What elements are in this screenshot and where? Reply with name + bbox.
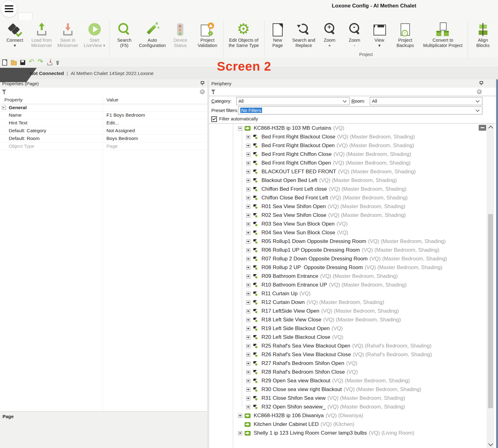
pin-icon[interactable] [200,81,204,85]
expander-toggle-icon[interactable] [238,431,242,435]
tree-row[interactable]: R01 Sea View Shifon Open (VQ) (Master Be… [209,202,496,211]
tree-row[interactable]: R28 Rahaf's Bedroom Shifon Close (VQ) [209,368,496,376]
property-row[interactable]: Default: Room Boys Bedroom [0,135,207,142]
tree-row[interactable]: R02 Sea View Shifon Close (VQ) (Master B… [209,211,496,220]
tree-row[interactable]: R09 Bathroom Entrance (VQ) (Master Bedro… [209,272,496,281]
expander-toggle-icon[interactable] [246,292,250,296]
ribbon-tab[interactable] [32,12,46,20]
tree-row[interactable]: R11 Curtain Up (VQ) [209,289,496,298]
expander-toggle-icon[interactable] [246,144,250,148]
properties-filter-input[interactable] [0,88,207,96]
expander-toggle-icon[interactable] [246,370,250,374]
ribbon-button[interactable]: Connect ▾ [1,21,29,48]
expander-toggle-icon[interactable] [246,274,250,278]
expander-toggle-icon[interactable] [246,170,250,174]
tree-row[interactable]: Kitchen Under Cabinet LED (VQ) (Kitchen) [209,420,496,429]
quick-access-icon[interactable] [10,59,17,66]
ribbon-button[interactable]: Zoom - [342,21,367,48]
property-value[interactable]: F1 Boys Bedroom [106,112,145,118]
expander-toggle-icon[interactable] [246,231,250,235]
tree-row[interactable]: Chiffon Bed Front Left close (VQ) (Maste… [209,185,496,194]
expander-toggle-icon[interactable] [246,301,250,305]
tree-row[interactable]: Bed Front Right Blackout Open (VQ) (Mast… [209,141,496,150]
ribbon-button[interactable]: Save in Miniserver [55,21,81,48]
vertical-scrollbar[interactable] [487,124,494,448]
ribbon-button[interactable]: Search (F5) [111,21,137,48]
tree-row[interactable]: Bed Front Right Chiffon Close (VQ) (Mast… [209,150,496,159]
expander-toggle-icon[interactable] [246,240,250,244]
tree-row[interactable]: Chiffon Close Bed Front Left (VQ) (Maste… [209,194,496,202]
category-select[interactable]: All [236,97,350,105]
tree-row[interactable]: R26 Rahaf's Sea View Blackout Close (VQ)… [209,350,496,359]
ribbon-button[interactable]: Project Validation [193,21,221,48]
expander-toggle-icon[interactable] [246,205,250,209]
tree-row[interactable]: R03 Sea View Sun Block Open (VQ) [209,220,496,228]
property-row[interactable]: Name F1 Boys Bedroom [0,111,207,119]
expander-toggle-icon[interactable] [246,135,250,139]
quick-access-icon[interactable] [37,59,44,66]
expander-toggle-icon[interactable] [246,161,250,165]
collapse-group-icon[interactable] [2,106,6,110]
tree-row[interactable]: Shelly 1 ip 123 Living Room Corner lamp3… [209,429,496,437]
expander-toggle-icon[interactable] [246,318,250,322]
ribbon-button[interactable]: Convert to Multiplicator Project [419,21,467,48]
tree-row[interactable]: R06 Rollup1 UP Opposite Dressing Room (V… [209,246,496,254]
ribbon-tab[interactable] [64,12,78,20]
tree-row[interactable]: R19 Left Side Blackout Open (VQ) [209,324,496,333]
tree-row[interactable]: R25 Rahaf's Sea View Blackout Open (VQ) … [209,342,496,350]
expander-toggle-icon[interactable] [246,327,250,331]
ribbon-button[interactable]: Load from Miniserver [29,21,55,48]
preset-filters-select[interactable]: No Filters [238,106,482,114]
ribbon-button[interactable]: Edit Objects of the Same Type [223,21,264,48]
ribbon-button[interactable]: View ▾ [367,21,392,48]
expander-toggle-icon[interactable] [246,179,250,183]
property-row[interactable]: Object Type Page [0,142,207,150]
expander-toggle-icon[interactable] [246,309,250,313]
quick-access-icon[interactable] [28,59,35,66]
ribbon-button[interactable]: Device Status [167,21,193,48]
ribbon-button[interactable]: Search and Replace [290,21,317,48]
expander-toggle-icon[interactable] [246,248,250,252]
quick-access-icon[interactable] [19,59,26,66]
ribbon-button[interactable]: Start LiveView ▾ [81,21,108,48]
filter-automatically-checkbox[interactable] [211,116,217,122]
property-value[interactable]: Boys Bedroom [106,136,138,141]
tree-row[interactable]: BLACKOUT LEFT BED FRONT (VQ) (Master Bed… [209,167,496,176]
expander-toggle-icon[interactable] [246,152,250,156]
expander-toggle-icon[interactable] [246,222,250,226]
tree-row[interactable]: R07 Rollup 2 Down Opposite Dressing Room… [209,254,496,263]
expander-toggle-icon[interactable] [238,126,242,130]
property-row[interactable]: Default: Category Not Assigned [0,127,207,135]
tree-row[interactable]: KC868-H32B ip 103 MB Curtains (VQ) [209,124,496,133]
clear-filter-icon[interactable] [200,89,205,94]
tree-row[interactable]: R30 Close sea view right Blackout (VQ) (… [209,385,496,394]
tree-row[interactable]: R29 Open Sea view Blackout (VQ) (Master … [209,376,496,385]
scroll-down-icon[interactable] [488,441,493,446]
property-group-row[interactable]: General [0,104,207,112]
collapse-all-button[interactable] [479,125,486,131]
tree-row[interactable]: R27 Rahaf's Bedroom Shifon Open (VQ) [209,359,496,368]
ribbon-tab[interactable] [18,12,32,20]
tree-row[interactable]: R10 Bathroom Entrance UP (VQ) (Master Be… [209,281,496,289]
property-value[interactable]: Page [106,143,118,149]
property-value[interactable]: Not Assigned [106,128,135,133]
quick-access-icon[interactable] [55,59,60,66]
periphery-filter-input[interactable] [209,88,496,96]
expander-toggle-icon[interactable] [246,362,250,366]
quick-access-icon[interactable] [46,59,53,66]
expander-toggle-icon[interactable] [246,257,250,261]
property-row[interactable]: Hint Text Edit... [0,119,207,127]
property-value[interactable]: Edit... [106,120,119,126]
tree-row[interactable]: R04 Sea View Sun Block Close (VQ) [209,228,496,237]
pin-icon[interactable] [479,81,483,85]
tree-row[interactable]: R18 Left Side View Close (VQ) (Master Be… [209,315,496,324]
expander-toggle-icon[interactable] [246,335,250,339]
tree-row[interactable]: R17 LeftSide View Open (VQ) (Master Bedr… [209,307,496,315]
expander-toggle-icon[interactable] [246,196,250,200]
ribbon-button[interactable]: Project Backups [392,21,419,48]
tree-row[interactable]: Bed Front Right Chiffon Open (VQ) (Maste… [209,159,496,167]
tree-row[interactable]: R08 Rollup 2 UP Opposite Dressing Room (… [209,263,496,272]
expander-toggle-icon[interactable] [246,213,250,217]
clear-filter-icon[interactable] [477,89,482,94]
expander-toggle-icon[interactable] [246,353,250,357]
